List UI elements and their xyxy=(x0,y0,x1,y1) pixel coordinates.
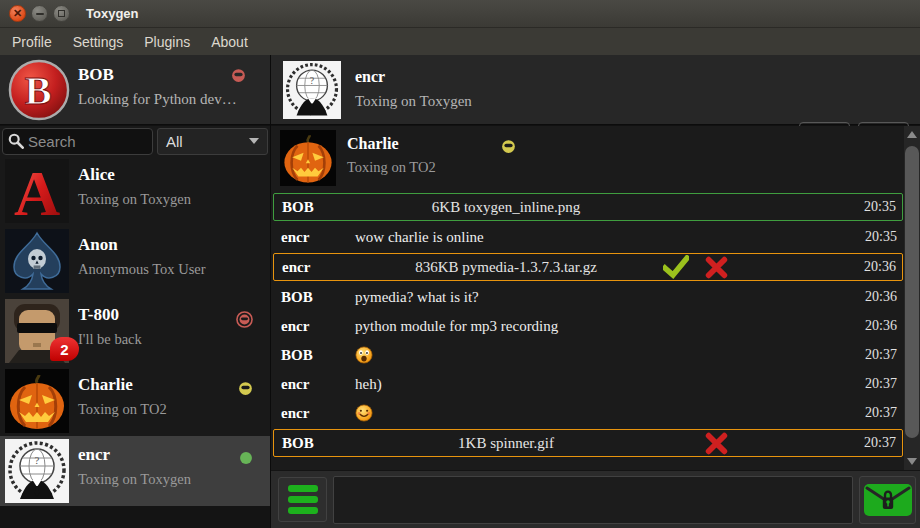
triangle-up-icon xyxy=(907,131,917,138)
active-friend-avatar: ? xyxy=(283,61,341,119)
alice-avatar-icon: A xyxy=(5,159,69,223)
minimize-button[interactable] xyxy=(31,5,48,22)
message-text: encr wow charlie is online 20:35 xyxy=(273,224,903,250)
close-button[interactable]: ✕ xyxy=(9,5,26,22)
busy-new-messages-status-icon xyxy=(236,311,253,332)
message-body xyxy=(355,404,843,423)
message-smiley: BOB 20:37 xyxy=(273,342,903,368)
pumpkin-avatar-icon xyxy=(280,130,336,186)
contact-row-encr[interactable]: ? encr Toxing on Toxygen xyxy=(0,436,270,506)
scrollbar-thumb[interactable] xyxy=(905,146,919,438)
window-title: Toxygen xyxy=(86,6,139,21)
message-time: 20:37 xyxy=(843,405,903,421)
menubar: Profile Settings Plugins About xyxy=(0,28,920,55)
file-transfer-name: 836KB pymedia-1.3.7.3.tar.gz xyxy=(356,259,656,276)
contact-name: T-800 xyxy=(78,305,119,325)
active-friend-name: encr xyxy=(355,68,385,86)
header: B BOB Looking for Python dev… ? encr Tox… xyxy=(0,55,920,125)
message-time: 20:36 xyxy=(842,259,902,275)
message-body: wow charlie is online xyxy=(355,229,843,246)
message-text: BOB pymedia? what is it? 20:36 xyxy=(273,284,903,310)
maximize-icon xyxy=(58,10,65,17)
message-input[interactable] xyxy=(333,476,853,524)
message-file-transfer: BOB 1KB spinner.gif 20:37 xyxy=(273,429,903,457)
maximize-button[interactable] xyxy=(53,5,70,22)
chat-scrollbar[interactable] xyxy=(904,126,920,470)
search-row: All xyxy=(0,126,270,156)
busy-status-icon xyxy=(231,68,246,87)
scroll-down-button[interactable] xyxy=(904,453,920,470)
message-time: 20:37 xyxy=(843,347,903,363)
accept-transfer-button[interactable] xyxy=(656,255,696,279)
chevron-down-icon xyxy=(249,138,259,144)
chat-panel: Charlie Toxing on TO2 BOB 6KB toxygen_in… xyxy=(271,126,920,470)
contact-status-message: I'll be back xyxy=(78,331,142,348)
composer-bar xyxy=(271,470,920,528)
menu-about[interactable]: About xyxy=(211,34,248,50)
unread-count-badge: 2 xyxy=(50,337,79,361)
contact-filter-dropdown[interactable]: All xyxy=(157,128,268,155)
close-icon: ✕ xyxy=(13,8,22,19)
anonymous-avatar-icon: ? xyxy=(5,439,69,503)
decline-transfer-button[interactable] xyxy=(696,256,736,279)
self-avatar[interactable]: B xyxy=(8,59,70,121)
message-file-transfer: BOB 6KB toxygen_inline.png 20:35 xyxy=(273,193,903,221)
message-time: 20:36 xyxy=(843,318,903,334)
bob-avatar-icon: B xyxy=(8,59,70,121)
message-list: BOB 6KB toxygen_inline.png 20:35 encr wo… xyxy=(273,193,903,457)
hamburger-icon xyxy=(288,485,318,514)
message-sender: BOB xyxy=(273,289,355,306)
chat-friend-status-message: Toxing on TO2 xyxy=(347,159,436,176)
search-input[interactable] xyxy=(28,133,138,150)
contact-row-charlie[interactable]: Charlie Toxing on TO2 xyxy=(0,366,270,436)
triangle-down-icon xyxy=(907,458,917,465)
chat-friend-card: Charlie Toxing on TO2 xyxy=(271,126,904,190)
self-name: BOB xyxy=(78,65,114,85)
active-friend-status-message: Toxing on Toxygen xyxy=(355,93,472,110)
menu-plugins[interactable]: Plugins xyxy=(144,34,190,50)
message-body: python module for mp3 recording xyxy=(355,318,843,335)
message-time: 20:37 xyxy=(843,376,903,392)
search-icon xyxy=(8,133,24,149)
file-transfer-name: 1KB spinner.gif xyxy=(356,435,656,452)
scroll-up-button[interactable] xyxy=(904,126,920,143)
svg-text:A: A xyxy=(14,159,60,223)
message-body: pymedia? what is it? xyxy=(355,289,843,306)
anonymous-avatar-icon: ? xyxy=(283,61,341,119)
menu-profile[interactable]: Profile xyxy=(12,34,52,50)
contact-row-t800[interactable]: T-800 I'll be back 2 xyxy=(0,296,270,366)
shocked-smiley-icon xyxy=(355,346,373,364)
chat-menu-button[interactable] xyxy=(278,477,327,522)
contact-row-anon[interactable]: Anon Anonymous Tox User xyxy=(0,226,270,296)
decline-transfer-button[interactable] xyxy=(696,432,736,455)
svg-text:?: ? xyxy=(310,75,315,86)
message-sender: encr xyxy=(273,405,355,422)
message-time: 20:37 xyxy=(842,435,902,451)
contact-list-footer xyxy=(0,506,270,528)
cross-icon xyxy=(705,432,728,455)
minimize-icon xyxy=(36,13,44,15)
contact-name: encr xyxy=(78,445,110,465)
message-sender: BOB xyxy=(274,199,356,216)
contact-filter-value: All xyxy=(166,133,249,150)
contact-name: Alice xyxy=(78,165,115,185)
svg-text:B: B xyxy=(24,68,51,113)
contact-name: Anon xyxy=(78,235,118,255)
message-time: 20:35 xyxy=(842,199,902,215)
svg-text:?: ? xyxy=(35,454,40,466)
contact-status-message: Toxing on TO2 xyxy=(78,401,167,418)
away-status-icon xyxy=(501,139,516,158)
contact-name: Charlie xyxy=(78,375,133,395)
message-sender: BOB xyxy=(273,347,355,364)
search-box xyxy=(2,128,153,155)
self-status-message: Looking for Python dev… xyxy=(78,91,237,108)
pumpkin-avatar-icon xyxy=(5,369,69,433)
menu-settings[interactable]: Settings xyxy=(73,34,124,50)
send-message-button[interactable] xyxy=(859,476,916,524)
message-smiley: encr 20:37 xyxy=(273,400,903,426)
contact-row-alice[interactable]: A Alice Toxing on Toxygen xyxy=(0,156,270,226)
away-status-icon xyxy=(238,381,253,400)
online-status-icon xyxy=(239,451,253,469)
spade-skull-avatar-icon xyxy=(5,229,69,293)
message-sender: encr xyxy=(273,376,355,393)
